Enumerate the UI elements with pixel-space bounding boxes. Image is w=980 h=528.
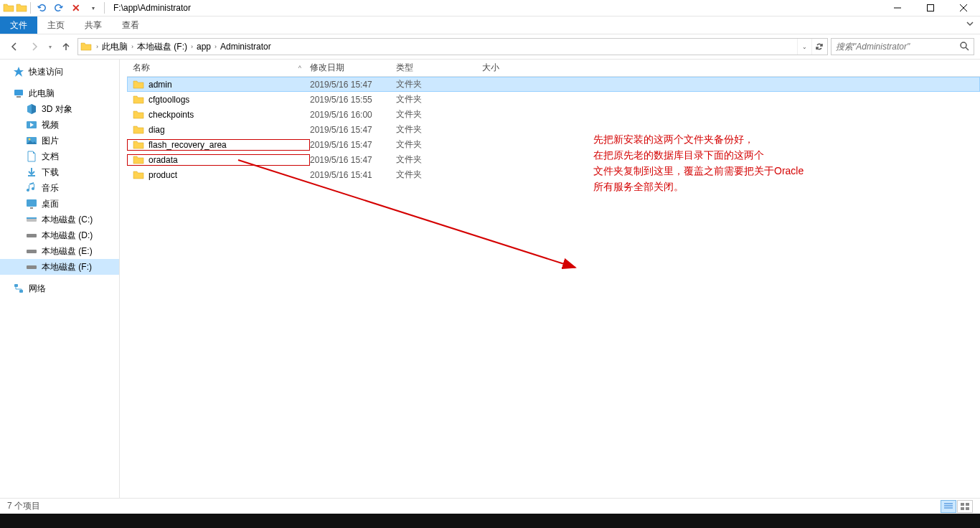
column-type[interactable]: 类型 <box>396 62 482 74</box>
folder-icon <box>133 94 144 105</box>
tab-view[interactable]: 查看 <box>112 16 149 34</box>
column-date[interactable]: 修改日期 <box>310 62 396 74</box>
file-name-cell: oradata <box>127 154 310 166</box>
maximize-button[interactable] <box>914 0 947 16</box>
address-bar[interactable]: › 此电脑 › 本地磁盘 (F:) › app › Administrator … <box>77 38 828 55</box>
sidebar-pictures[interactable]: 图片 <box>0 133 119 148</box>
nav-forward-button[interactable] <box>26 38 43 55</box>
sidebar-item-label: 本地磁盘 (C:) <box>42 214 93 226</box>
sidebar-disk-f[interactable]: 本地磁盘 (F:) <box>0 259 119 275</box>
search-icon[interactable] <box>959 41 969 53</box>
tab-home[interactable]: 主页 <box>37 16 75 34</box>
svg-rect-14 <box>30 207 33 209</box>
file-row[interactable]: oradata2019/5/16 15:47文件夹 <box>127 152 980 167</box>
video-icon <box>26 119 37 131</box>
chevron-right-icon[interactable]: › <box>96 43 98 50</box>
sidebar-3d-objects[interactable]: 3D 对象 <box>0 101 119 117</box>
folder-small-icon <box>16 2 27 14</box>
star-icon <box>13 66 24 77</box>
view-large-icons-button[interactable] <box>957 500 973 513</box>
sidebar-disk-d[interactable]: 本地磁盘 (D:) <box>0 227 119 243</box>
file-list-pane: 名称^ 修改日期 类型 大小 admin2019/5/16 15:47文件夹cf… <box>120 60 980 498</box>
delete-icon[interactable]: ✕ <box>68 0 84 16</box>
svg-rect-17 <box>27 234 37 237</box>
nav-back-button[interactable] <box>6 38 23 55</box>
file-name-label: product <box>149 170 177 180</box>
file-name-cell: admin <box>127 79 310 90</box>
drive-icon <box>26 245 37 257</box>
drive-icon <box>26 214 37 225</box>
view-details-button[interactable] <box>941 500 956 513</box>
crumb-administrator[interactable]: Administrator <box>219 39 273 55</box>
file-date-cell: 2019/5/16 15:55 <box>310 95 396 105</box>
sidebar-network[interactable]: 网络 <box>0 280 119 296</box>
svg-rect-8 <box>17 96 21 98</box>
sidebar-item-label: 音乐 <box>42 182 59 194</box>
address-dropdown-icon[interactable]: ⌄ <box>797 39 811 55</box>
minimize-button[interactable] <box>881 0 914 16</box>
close-button[interactable] <box>947 0 980 16</box>
crumb-this-pc[interactable]: 此电脑 <box>100 39 129 55</box>
file-date-cell: 2019/5/16 16:00 <box>310 110 396 120</box>
nav-up-button[interactable] <box>57 38 75 55</box>
file-type-cell: 文件夹 <box>396 169 482 181</box>
crumb-app[interactable]: app <box>195 39 212 55</box>
sidebar-downloads[interactable]: 下载 <box>0 164 119 180</box>
tab-share[interactable]: 共享 <box>75 16 112 34</box>
chevron-right-icon[interactable]: › <box>215 43 217 50</box>
file-name-label: diag <box>149 125 165 135</box>
sidebar-music[interactable]: 音乐 <box>0 180 119 196</box>
sidebar-disk-e[interactable]: 本地磁盘 (E:) <box>0 243 119 259</box>
svg-rect-18 <box>27 250 37 253</box>
file-type-cell: 文件夹 <box>396 154 482 166</box>
qat-dropdown-icon[interactable]: ▾ <box>85 0 101 16</box>
svg-point-4 <box>961 42 966 48</box>
redo-icon[interactable] <box>51 0 67 16</box>
file-name-cell: checkpoints <box>127 109 310 121</box>
file-name-label: flash_recovery_area <box>149 140 227 150</box>
document-icon <box>26 151 37 162</box>
refresh-icon[interactable] <box>811 39 826 55</box>
search-box[interactable] <box>831 38 974 55</box>
sidebar-videos[interactable]: 视频 <box>0 117 119 133</box>
nav-recent-dropdown[interactable]: ▾ <box>46 38 55 55</box>
file-row[interactable]: flash_recovery_area2019/5/16 15:47文件夹 <box>127 137 980 152</box>
status-item-count: 7 个项目 <box>7 500 40 512</box>
main-area: 快速访问 此电脑 3D 对象 视频 图片 文档 下载 音乐 桌面 本地磁盘 (C… <box>0 60 980 498</box>
file-row[interactable]: admin2019/5/16 15:47文件夹 <box>127 77 980 92</box>
file-row[interactable]: cfgtoollogs2019/5/16 15:55文件夹 <box>127 92 980 107</box>
undo-icon[interactable] <box>34 0 50 16</box>
network-icon <box>13 283 24 294</box>
sidebar-this-pc[interactable]: 此电脑 <box>0 85 119 101</box>
sidebar-documents[interactable]: 文档 <box>0 148 119 164</box>
file-date-cell: 2019/5/16 15:47 <box>310 125 396 135</box>
sidebar-quick-access[interactable]: 快速访问 <box>0 64 119 80</box>
svg-rect-29 <box>961 507 964 510</box>
title-bar: ✕ ▾ F:\app\Administrator <box>0 0 980 16</box>
search-input[interactable] <box>836 42 959 52</box>
divider <box>104 2 105 14</box>
file-row[interactable]: product2019/5/16 15:41文件夹 <box>127 167 980 182</box>
column-headers[interactable]: 名称^ 修改日期 类型 大小 <box>127 60 980 77</box>
address-folder-icon <box>80 40 93 53</box>
column-name[interactable]: 名称^ <box>127 62 310 74</box>
app-folder-icon <box>3 2 14 14</box>
svg-rect-20 <box>14 284 18 287</box>
ribbon-expand-icon[interactable] <box>966 19 974 30</box>
file-name-cell: product <box>127 169 310 181</box>
tab-file[interactable]: 文件 <box>0 16 37 34</box>
chevron-right-icon[interactable]: › <box>191 43 193 50</box>
file-row[interactable]: diag2019/5/16 15:47文件夹 <box>127 122 980 137</box>
svg-rect-27 <box>961 503 964 506</box>
folder-icon <box>133 79 144 90</box>
crumb-drive[interactable]: 本地磁盘 (F:) <box>136 39 189 55</box>
sidebar-desktop[interactable]: 桌面 <box>0 196 119 212</box>
column-size[interactable]: 大小 <box>482 62 540 74</box>
divider <box>30 2 31 14</box>
file-row[interactable]: checkpoints2019/5/16 16:00文件夹 <box>127 107 980 122</box>
chevron-right-icon[interactable]: › <box>131 43 133 50</box>
sidebar-disk-c[interactable]: 本地磁盘 (C:) <box>0 212 119 227</box>
svg-rect-19 <box>27 265 37 269</box>
computer-icon <box>13 88 24 99</box>
file-type-cell: 文件夹 <box>396 138 482 151</box>
